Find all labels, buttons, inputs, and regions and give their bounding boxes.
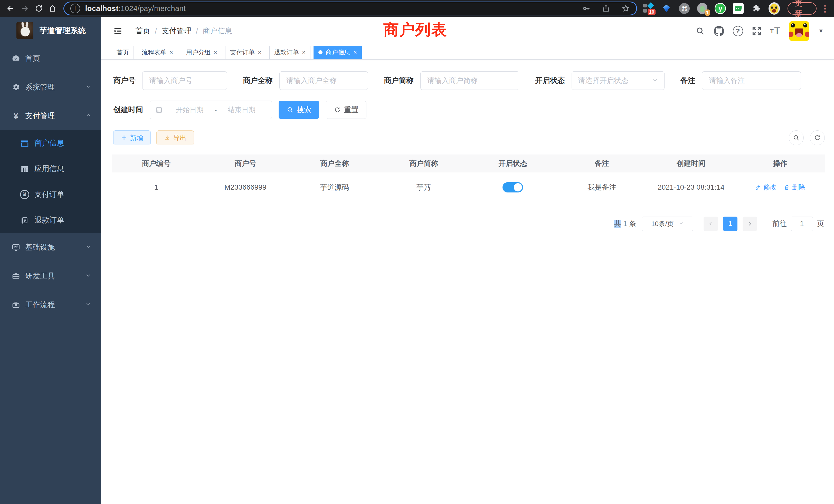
tag-pay-order[interactable]: 支付订单 × [225, 46, 266, 59]
sidebar: 芋道管理系统 首页 系统管理 ¥ 支付管理 商户信息 [0, 17, 101, 504]
fullscreen-icon[interactable] [752, 26, 762, 36]
sidebar-item-system[interactable]: 系统管理 [0, 73, 101, 101]
full-name-input[interactable] [279, 71, 368, 90]
toggle-search-button[interactable] [789, 130, 804, 145]
tag-refund-order[interactable]: 退款订单 × [269, 46, 310, 59]
extensions-puzzle-icon[interactable] [750, 3, 762, 14]
status-select[interactable]: 请选择开启状态 [572, 71, 664, 90]
tag-close-icon[interactable]: × [302, 49, 306, 55]
sidebar-item-infra[interactable]: 基础设施 [0, 233, 101, 262]
trash-icon [784, 184, 790, 190]
full-name-label: 商户全称 [243, 75, 273, 86]
col-actions: 操作 [736, 159, 825, 168]
prev-page-button[interactable] [704, 216, 718, 231]
short-name-input[interactable] [420, 71, 519, 90]
sidebar-label: 应用信息 [35, 164, 64, 174]
browser-forward-button[interactable] [18, 1, 32, 16]
tag-process-form[interactable]: 流程表单 × [137, 46, 178, 59]
sidebar-item-merchant-info[interactable]: 商户信息 [0, 130, 101, 156]
tag-merchant-info-active[interactable]: 商户信息 × [313, 46, 362, 59]
chrome-update-button[interactable]: 更新 [788, 2, 816, 15]
export-button-label: 导出 [173, 134, 186, 142]
table-row: 1 M233666999 芋道源码 芋艿 我是备注 2021-10-23 08:… [112, 173, 825, 202]
next-page-button[interactable] [743, 216, 757, 231]
extension-command-icon[interactable]: ⌘ [679, 3, 690, 14]
help-icon[interactable]: ? [733, 26, 743, 36]
extension-tasks-icon[interactable]: 10 [643, 3, 654, 14]
sidebar-item-refund-order[interactable]: 退款订单 [0, 207, 101, 233]
app-logo[interactable]: 芋道管理系统 [0, 17, 101, 44]
url-path: :1024/pay/merchant [118, 4, 186, 13]
goto-page-input[interactable] [791, 216, 813, 231]
cell-remark: 我是备注 [557, 182, 646, 192]
tag-close-icon[interactable]: × [214, 49, 217, 55]
tag-home[interactable]: 首页 [112, 46, 134, 59]
user-avatar[interactable] [789, 21, 809, 41]
sidebar-item-pay[interactable]: ¥ 支付管理 [0, 101, 101, 130]
download-icon [164, 135, 171, 141]
tag-label: 首页 [116, 48, 129, 56]
col-merchant-no: 商户号 [201, 159, 290, 168]
breadcrumb-pay[interactable]: 支付管理 [161, 26, 191, 36]
tag-user-group[interactable]: 用户分组 × [181, 46, 222, 59]
sidebar-item-home[interactable]: 首页 [0, 44, 101, 73]
browser-reload-button[interactable] [31, 1, 46, 16]
add-button[interactable]: 新增 [113, 130, 151, 145]
browser-profile-avatar[interactable] [769, 3, 780, 14]
date-end-placeholder: 结束日期 [217, 105, 267, 114]
page-size-select[interactable]: 10条/页 [642, 216, 693, 231]
tag-close-icon[interactable]: × [170, 49, 173, 55]
create-time-range-picker[interactable]: 开始日期 - 结束日期 [150, 100, 272, 119]
extension-chat-icon[interactable] [732, 3, 744, 14]
browser-back-button[interactable] [4, 1, 18, 16]
filter-form-row-1: 商户号 商户全称 商户简称 开启状态 请选择开启状态 备注 [113, 71, 822, 90]
edit-label: 修改 [763, 183, 776, 192]
password-key-icon[interactable] [582, 4, 591, 13]
browser-menu-icon[interactable]: ⋮ [821, 3, 829, 14]
breadcrumb-home[interactable]: 首页 [135, 26, 150, 36]
extension-yuque-icon[interactable]: y [715, 3, 726, 14]
export-button[interactable]: 导出 [156, 130, 194, 145]
tag-close-icon[interactable]: × [258, 49, 261, 55]
sidebar-item-workflow[interactable]: 工作流程 [0, 291, 101, 319]
tag-label: 用户分组 [186, 48, 211, 56]
cell-merchant-id: 1 [112, 183, 201, 191]
breadcrumb-separator: / [155, 27, 157, 36]
table-toolbar: 新增 导出 [113, 130, 825, 145]
search-button[interactable]: 搜索 [279, 101, 319, 119]
bookmark-star-icon[interactable] [621, 4, 630, 13]
share-icon[interactable] [602, 4, 610, 13]
date-start-placeholder: 开始日期 [165, 105, 215, 114]
github-icon[interactable] [714, 26, 724, 36]
avatar-caret-icon[interactable]: ▼ [818, 28, 824, 35]
sidebar-collapse-icon[interactable] [112, 25, 124, 37]
current-page-button[interactable]: 1 [723, 216, 738, 231]
reset-button[interactable]: 重置 [326, 101, 367, 119]
merchant-no-input[interactable] [142, 71, 227, 90]
active-tag-dot [319, 50, 323, 54]
remark-input[interactable] [702, 71, 801, 90]
logo-avatar [17, 22, 34, 39]
sidebar-item-pay-order[interactable]: ¥ 支付订单 [0, 182, 101, 207]
site-info-icon[interactable]: i [70, 4, 80, 13]
tag-close-icon[interactable]: × [353, 49, 357, 55]
toolbox-icon [10, 300, 22, 309]
delete-link[interactable]: 删除 [784, 183, 805, 192]
refresh-table-button[interactable] [810, 130, 825, 145]
col-short-name: 商户简称 [379, 159, 468, 168]
font-size-icon[interactable]: TT [770, 26, 780, 37]
extension-gem-icon[interactable] [661, 3, 672, 14]
address-bar[interactable]: i localhost:1024/pay/merchant [63, 2, 637, 16]
sidebar-item-app-info[interactable]: 应用信息 [0, 156, 101, 182]
browser-home-button[interactable] [46, 1, 60, 16]
command-glyph: ⌘ [681, 5, 688, 13]
edit-link[interactable]: 修改 [755, 183, 776, 192]
sidebar-label: 基础设施 [25, 242, 55, 253]
extension-profile-icon[interactable]: 1 [697, 3, 708, 14]
status-toggle-on[interactable] [503, 182, 523, 192]
col-status: 开启状态 [468, 159, 557, 168]
cell-merchant-no: M233666999 [201, 183, 290, 191]
search-icon[interactable] [695, 26, 705, 36]
sidebar-item-dev-tools[interactable]: 研发工具 [0, 262, 101, 291]
refresh-icon [334, 106, 341, 113]
